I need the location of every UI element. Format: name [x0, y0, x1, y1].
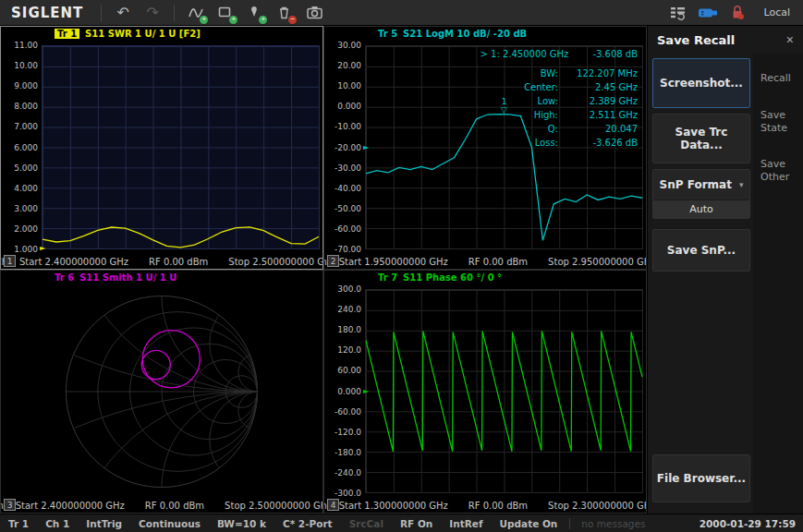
trace5-title: S21 LogM 10 dB/ -20 dB	[403, 29, 527, 39]
stat-high: High:2.511 GHz	[480, 108, 638, 122]
y-tick: 5.000	[14, 163, 38, 173]
y-tick: -300.0	[335, 489, 361, 498]
chart4-header: Tr 7 S11 Phase 60 °/ 0 °	[324, 271, 646, 284]
chart3-header: Tr 6 S11 Smith 1 U/ 1 U	[1, 271, 322, 284]
save-snp-button[interactable]: Save SnP...	[652, 229, 750, 272]
chart1-plot[interactable]: ►	[42, 45, 320, 249]
status-trigger[interactable]: IntTrig	[78, 518, 130, 529]
ref-level-marker-green[interactable]: ►	[363, 388, 369, 395]
chart3-start: Ch3: Start 2.400000000 GHz	[0, 501, 125, 511]
chart4-y-axis: 300.0 240.0 180.0 120.0 60.00 0.000 -60.…	[324, 289, 365, 493]
window-3-smith[interactable]: Tr 6 S11 Smith 1 U/ 1 U	[0, 270, 323, 514]
lock-icon	[730, 5, 745, 20]
trace7-label[interactable]: Tr 7	[378, 272, 397, 283]
screenshot-save-button[interactable]: Screenshot...	[652, 58, 750, 108]
add-window-button[interactable]: +	[213, 2, 238, 24]
marker-value: -3.608 dB	[592, 49, 638, 59]
status-bandwidth[interactable]: BW=10 k	[209, 518, 274, 529]
chart4-plot[interactable]: ►	[365, 289, 643, 493]
add-marker-button[interactable]: +	[242, 2, 268, 24]
window4-badge[interactable]: 4	[327, 499, 339, 511]
trace1-label[interactable]: Tr 1	[55, 29, 79, 39]
ref-level-marker-cyan[interactable]: ►	[363, 144, 369, 151]
y-tick: 4.000	[14, 184, 38, 193]
redo-icon: ↷	[147, 6, 159, 20]
chart3-body[interactable]	[1, 284, 322, 498]
chart2-y-axis: 30.00 20.00 10.00 0.000 -10.00 -20.00 -3…	[324, 45, 365, 249]
status-channel[interactable]: Ch 1	[37, 518, 78, 529]
local-mode-label[interactable]: Local	[754, 6, 796, 18]
chevron-down-icon: ▾	[739, 180, 744, 189]
window2-badge[interactable]: 2	[327, 255, 339, 267]
snp-format-value[interactable]: Auto	[653, 200, 749, 218]
vna-application: SIGLENT ↶ ↷ + + + −	[0, 0, 803, 532]
y-tick: 11.00	[14, 41, 38, 50]
status-trace[interactable]: Tr 1	[0, 518, 37, 529]
snp-format-label: SnP Format	[660, 178, 732, 191]
add-trace-button[interactable]: +	[183, 2, 209, 24]
status-rf[interactable]: RF On	[392, 518, 441, 529]
trace6-title: S11 Smith 1 U/ 1 U	[79, 272, 176, 283]
ref-level-marker-yellow[interactable]: ►	[40, 245, 45, 252]
status-update[interactable]: Update On	[492, 518, 566, 529]
window-2-logmag[interactable]: Tr 5 S21 LogM 10 dB/ -20 dB 30.00 20.00 …	[323, 26, 647, 270]
y-tick: -120.0	[335, 428, 361, 437]
close-panel-button[interactable]: ×	[786, 32, 794, 47]
window3-badge[interactable]: 3	[4, 499, 16, 511]
chart2-rf: RF 0.00 dBm	[468, 257, 528, 267]
chart-grid: Tr 1 S11 SWR 1 U/ 1 U [F2] 11.00 10.00 9…	[0, 26, 647, 514]
tab-save-state[interactable]: Save State	[760, 109, 797, 135]
y-tick: 10.00	[14, 61, 38, 70]
y-tick: -10.00	[335, 122, 361, 131]
y-tick: 300.0	[337, 284, 361, 294]
chart2-plot[interactable]: ► 1 ▽ > 1: 2.450000 GHz -3.608 dB BW:122…	[365, 45, 643, 249]
chart1-start: >Ch1: Start 2.400000000 GHz	[0, 257, 128, 267]
stat-bw: BW:122.207 MHz	[480, 66, 638, 80]
status-sweep[interactable]: Continuous	[130, 518, 209, 529]
status-divider	[569, 518, 570, 529]
layout-settings-button[interactable]	[665, 2, 691, 24]
undo-button[interactable]: ↶	[110, 2, 136, 24]
chart2-start: Ch2: Start 1.950000000 GHz	[323, 257, 448, 267]
tab-save-other[interactable]: Save Other	[760, 158, 797, 184]
trace1-title: S11 SWR 1 U/ 1 U [F2]	[85, 29, 201, 39]
trace6-label[interactable]: Tr 6	[55, 272, 74, 283]
status-ref[interactable]: IntRef	[441, 518, 491, 529]
y-tick: -30.00	[335, 163, 361, 173]
y-tick: 3.000	[14, 204, 38, 213]
stat-low: Low:2.389 GHz	[480, 94, 638, 108]
marker-frequency: > 1: 2.450000 GHz	[480, 49, 568, 59]
y-tick: 240.0	[337, 305, 361, 314]
y-tick: 180.0	[337, 325, 361, 334]
toolbar-divider	[174, 5, 175, 21]
y-tick: 60.00	[337, 366, 361, 375]
status-message: no messages	[574, 518, 652, 529]
chart1-footer: 1 >Ch1: Start 2.400000000 GHz RF 0.00 dB…	[1, 254, 322, 269]
y-tick: -50.00	[335, 204, 361, 213]
window1-badge[interactable]: 1	[4, 255, 16, 267]
delete-button[interactable]: −	[272, 2, 298, 24]
chart1-body: 11.00 10.00 9.000 8.000 7.000 6.000 5.00…	[1, 41, 322, 254]
status-srccal[interactable]: SrcCal	[341, 518, 392, 529]
redo-button[interactable]: ↷	[140, 2, 165, 24]
usb-status-button[interactable]	[695, 2, 721, 24]
file-browser-button[interactable]: File Browser...	[652, 454, 750, 502]
lock-status-button[interactable]	[724, 2, 750, 24]
tab-recall[interactable]: Recall	[760, 72, 797, 85]
status-cal[interactable]: C* 2-Port	[274, 518, 341, 529]
smith-chart	[57, 287, 266, 496]
usb-icon	[698, 7, 718, 18]
window-1-swr[interactable]: Tr 1 S11 SWR 1 U/ 1 U [F2] 11.00 10.00 9…	[0, 26, 323, 270]
trace5-label[interactable]: Tr 5	[378, 29, 397, 39]
snp-format-dropdown[interactable]: SnP Format ▾	[653, 170, 749, 200]
chart2-header: Tr 5 S21 LogM 10 dB/ -20 dB	[324, 27, 646, 41]
chart3-stop: Stop 2.500000000 GHz	[225, 501, 323, 511]
y-tick: 0.000	[337, 387, 361, 396]
screenshot-button[interactable]	[301, 2, 327, 24]
stat-center: Center:2.45 GHz	[480, 80, 638, 94]
y-tick: 7.000	[14, 122, 38, 131]
window-4-phase[interactable]: Tr 7 S11 Phase 60 °/ 0 ° 300.0 240.0 180…	[323, 270, 647, 514]
chart1-rf: RF 0.00 dBm	[149, 257, 208, 267]
save-trc-data-button[interactable]: Save Trc Data...	[652, 114, 750, 163]
status-bar: Tr 1 Ch 1 IntTrig Continuous BW=10 k C* …	[0, 514, 803, 532]
